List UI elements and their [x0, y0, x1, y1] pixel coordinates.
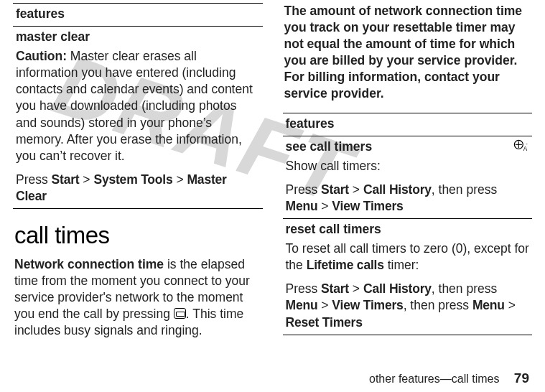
reset-view-timers: View Timers — [332, 298, 403, 312]
reset-menu1: Menu — [286, 298, 318, 312]
reset-then1: , then press — [432, 281, 497, 296]
see-body: Show call timers: — [286, 158, 530, 174]
see-menu: Menu — [286, 199, 318, 213]
press-label: Press — [16, 172, 52, 187]
reset-then2: , then press — [404, 298, 472, 312]
reset-gt1: > — [349, 281, 363, 296]
reset-start: Start — [321, 281, 349, 296]
reset-body-b: timer: — [384, 258, 419, 272]
see-view-timers: View Timers — [332, 199, 403, 213]
caution-body: Master clear erases all information you … — [16, 49, 253, 163]
see-call-timers-title: see call timers — [286, 139, 530, 155]
two-column-layout: features master clear Caution: Master cl… — [0, 0, 545, 340]
see-then: , then press — [432, 182, 497, 197]
right-column: The amount of network connection time yo… — [283, 3, 533, 340]
page-number: 79 — [514, 370, 529, 386]
path-gt2: > — [173, 172, 187, 187]
features-header: features — [13, 4, 263, 27]
see-gt1: > — [349, 182, 363, 197]
reset-path: Press Start > Call History, then press M… — [286, 281, 530, 330]
network-time-paragraph: Network connection time is the elapsed t… — [13, 256, 263, 339]
features-header-right: features — [283, 113, 533, 136]
reset-lifetime: Lifetime calls — [307, 258, 384, 272]
features-table-right: features A" see call timers Show call ti… — [283, 113, 533, 335]
master-clear-path: Press Start > System Tools > Master Clea… — [16, 172, 260, 205]
reset-press: Press — [286, 281, 322, 296]
path-system-tools: System Tools — [93, 172, 172, 187]
section-heading: call times — [14, 222, 263, 249]
network-operator-icon: A" — [513, 139, 529, 155]
path-gt1: > — [79, 172, 93, 187]
end-key-icon — [174, 308, 186, 319]
reset-body: To reset all call timers to zero (0), ex… — [286, 241, 530, 274]
see-gt2: > — [317, 199, 332, 213]
reset-gt2: > — [317, 298, 332, 312]
footer-section: other features—call times — [369, 373, 499, 385]
path-start: Start — [52, 172, 80, 187]
reset-gt3: > — [505, 298, 516, 312]
reset-call-timers-cell: reset call timers To reset all call time… — [283, 219, 533, 335]
master-clear-title: master clear — [16, 29, 260, 45]
reset-call-history: Call History — [363, 281, 432, 296]
caution-label: Caution: — [16, 49, 67, 63]
reset-call-timers-title: reset call timers — [286, 221, 530, 238]
master-clear-cell: master clear Caution: Master clear erase… — [13, 27, 263, 209]
svg-text:": " — [526, 143, 527, 147]
see-press: Press — [286, 182, 322, 197]
reset-menu2: Menu — [472, 298, 505, 312]
see-call-history: Call History — [363, 182, 432, 197]
master-clear-caution: Caution: Master clear erases all informa… — [16, 48, 260, 164]
left-column: features master clear Caution: Master cl… — [13, 3, 263, 340]
features-table-left: features master clear Caution: Master cl… — [13, 3, 263, 209]
see-start: Start — [321, 182, 349, 197]
see-call-timers-cell: A" see call timers Show call timers: Pre… — [283, 136, 533, 219]
reset-reset-timers: Reset Timers — [286, 315, 363, 330]
net-bold: Network connection time — [14, 257, 164, 271]
page-footer: other features—call times 79 — [369, 370, 529, 386]
disclaimer-paragraph: The amount of network connection time yo… — [283, 3, 533, 103]
see-path: Press Start > Call History, then press M… — [286, 182, 530, 215]
